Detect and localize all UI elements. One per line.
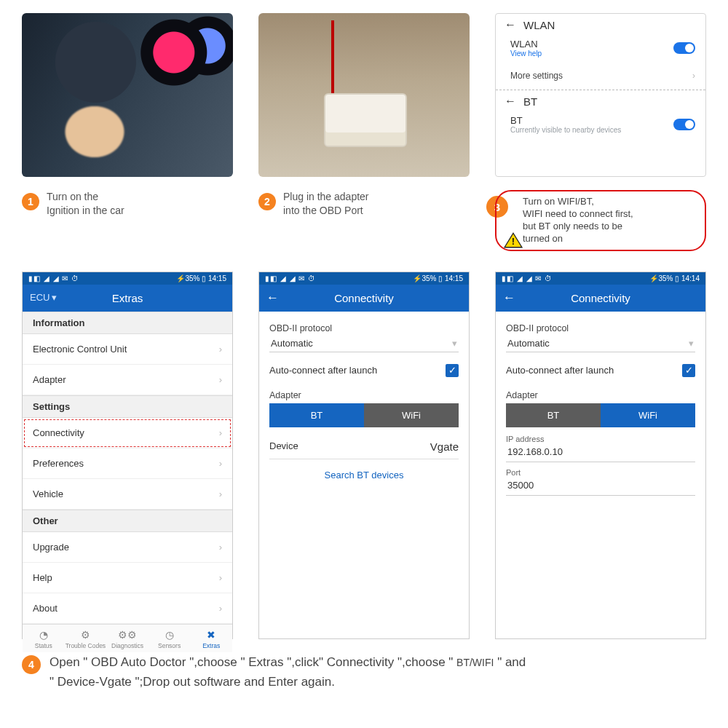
statusbar: ▮◧ ◢ ◢ ✉ ⏱⚡35% ▯ 14:15 (259, 272, 469, 285)
gauge-icon: ◔ (39, 629, 48, 641)
bt-header: BT (523, 95, 537, 108)
bt-label: BT (510, 115, 621, 126)
item-adapter[interactable]: Adapter› (23, 365, 232, 395)
titlebar: ← Connectivity (259, 285, 469, 312)
section-settings: Settings (23, 395, 232, 418)
back-icon[interactable]: ← (505, 95, 516, 108)
wlan-label: WLAN (510, 39, 542, 50)
auto-connect-label: Auto-connect after launch (506, 365, 614, 376)
step-text: Open " OBD Auto Doctor ",choose " Extras… (50, 652, 526, 692)
bt-toggle[interactable] (673, 119, 695, 130)
protocol-label: OBD-II protocol (506, 323, 695, 333)
item-preferences[interactable]: Preferences› (23, 448, 232, 479)
protocol-label: OBD-II protocol (269, 323, 459, 333)
titlebar: ECU ▾ Extras (23, 285, 232, 312)
auto-connect-checkbox[interactable]: ✓ (682, 364, 695, 377)
seg-wifi[interactable]: WiFi (601, 403, 695, 427)
meter-icon: ◷ (165, 629, 174, 641)
port-label: Port (506, 468, 695, 477)
svg-text:!: ! (512, 236, 515, 247)
phone-extras: ▮◧ ◢ ◢ ✉ ⏱⚡35% ▯ 14:15 ECU ▾ Extras Info… (22, 272, 233, 639)
chevron-icon: › (692, 71, 695, 81)
device-label: Device (269, 440, 298, 453)
dropdown-icon: ▾ (52, 292, 57, 303)
bt-sub: Currently visible to nearby devices (510, 126, 621, 134)
auto-connect-label: Auto-connect after launch (269, 365, 377, 376)
settings-panel: ←WLAN WLAN View help More settings› ←BT … (495, 13, 706, 177)
chevron-icon: › (219, 603, 222, 614)
step-badge: 4 (22, 655, 41, 674)
chevron-icon: › (219, 542, 222, 553)
step-3: 3 Turn on WIFI/BT, WIFI need to connect … (495, 190, 706, 251)
chevron-icon: › (219, 344, 222, 355)
item-help[interactable]: Help› (23, 563, 232, 593)
tab-trouble[interactable]: ⚙Trouble Codes (65, 625, 107, 652)
more-settings[interactable]: More settings (510, 71, 563, 81)
adapter-segment: BT WiFi (269, 403, 459, 427)
engine-icon: ⚙ (81, 629, 90, 641)
dropdown-icon: ▾ (689, 338, 694, 349)
back-icon[interactable]: ← (503, 290, 515, 305)
item-about[interactable]: About› (23, 593, 232, 624)
item-vehicle[interactable]: Vehicle› (23, 479, 232, 510)
section-information: Information (23, 312, 232, 334)
title: Connectivity (571, 292, 630, 304)
step-badge: 2 (258, 193, 276, 210)
step-1: 1 Turn on the Ignition in the car (22, 190, 233, 251)
adapter-label: Adapter (506, 390, 695, 400)
section-other: Other (23, 510, 232, 532)
step-2: 2 Plug in the adapter into the OBD Port (258, 190, 470, 251)
statusbar: ▮◧ ◢ ◢ ✉ ⏱⚡35% ▯ 14:14 (496, 272, 705, 285)
item-upgrade[interactable]: Upgrade› (23, 532, 232, 563)
title: Connectivity (334, 292, 394, 304)
ip-label: IP address (506, 435, 695, 443)
extras-icon: ✖ (207, 629, 215, 641)
photo-obd-port (258, 13, 470, 177)
step-badge: 1 (22, 193, 39, 210)
statusbar: ▮◧ ◢ ◢ ✉ ⏱⚡35% ▯ 14:15 (23, 272, 232, 285)
auto-connect-checkbox[interactable]: ✓ (446, 364, 459, 377)
tab-diagnostics[interactable]: ⚙⚙Diagnostics (106, 625, 149, 652)
wlan-header: WLAN (523, 19, 555, 31)
step-text: Plug in the adapter into the OBD Port (283, 190, 369, 218)
seg-bt[interactable]: BT (506, 403, 601, 427)
wlan-help-link[interactable]: View help (510, 50, 542, 58)
protocol-select[interactable]: Automatic▾ (506, 333, 695, 352)
title: Extras (112, 292, 143, 304)
warning-icon: ! (504, 232, 523, 248)
tab-status[interactable]: ◔Status (23, 625, 65, 652)
adapter-segment: BT WiFi (506, 403, 695, 427)
tab-extras[interactable]: ✖Extras (190, 625, 232, 652)
ip-input[interactable]: 192.168.0.10 (506, 443, 695, 462)
adapter-label: Adapter (269, 390, 459, 400)
photo-ignition (22, 13, 233, 177)
phone-connectivity-wifi: ▮◧ ◢ ◢ ✉ ⏱⚡35% ▯ 14:14 ← Connectivity OB… (495, 272, 706, 639)
step-text: Turn on WIFI/BT, WIFI need to connect fi… (523, 196, 633, 244)
seg-bt[interactable]: BT (269, 403, 364, 427)
item-ecu[interactable]: Electronic Control Unit› (23, 334, 232, 365)
dropdown-icon: ▾ (452, 338, 457, 349)
back-icon[interactable]: ← (266, 290, 279, 305)
phone-connectivity-bt: ▮◧ ◢ ◢ ✉ ⏱⚡35% ▯ 14:15 ← Connectivity OB… (258, 272, 470, 639)
wlan-toggle[interactable] (673, 42, 695, 54)
chevron-icon: › (219, 572, 222, 583)
chevron-icon: › (219, 374, 222, 385)
device-value: Vgate (430, 440, 459, 453)
seg-wifi[interactable]: WiFi (364, 403, 459, 427)
chevron-icon: › (219, 488, 222, 499)
back-icon[interactable]: ← (505, 18, 516, 31)
search-bt-button[interactable]: Search BT devices (269, 459, 459, 491)
gears-icon: ⚙⚙ (118, 629, 137, 641)
protocol-select[interactable]: Automatic▾ (269, 333, 459, 352)
chevron-icon: › (219, 458, 222, 469)
step-4: 4 Open " OBD Auto Doctor ",choose " Extr… (22, 652, 706, 692)
titlebar: ← Connectivity (496, 285, 705, 312)
chevron-icon: › (219, 427, 222, 438)
step-text: Turn on the Ignition in the car (47, 190, 124, 218)
port-input[interactable]: 35000 (506, 477, 695, 496)
ecu-dropdown[interactable]: ECU ▾ (30, 292, 57, 303)
item-connectivity[interactable]: Connectivity› (23, 418, 232, 448)
tab-sensors[interactable]: ◷Sensors (149, 625, 191, 652)
bottom-tabs: ◔Status ⚙Trouble Codes ⚙⚙Diagnostics ◷Se… (23, 624, 232, 652)
